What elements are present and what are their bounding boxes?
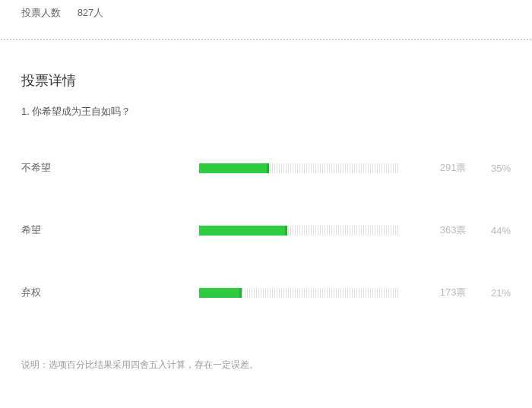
voter-count-label: 投票人数 [21, 7, 61, 18]
option-label: 希望 [21, 223, 199, 237]
option-percent: 44% [466, 225, 511, 236]
option-votes: 173票 [400, 286, 467, 299]
section-divider [0, 38, 532, 41]
option-percent: 35% [466, 163, 511, 174]
bar-fill [199, 288, 241, 298]
poll-question: 1. 你希望成为王自如吗？ [0, 90, 532, 119]
option-label: 弃权 [21, 286, 199, 299]
poll-options: 不希望 291票 35% 希望 363票 44% 弃权 173票 21% [0, 119, 532, 331]
option-votes: 363票 [400, 223, 467, 237]
section-title: 投票详情 [0, 53, 532, 90]
bar-track [199, 288, 399, 298]
bar-track [199, 226, 399, 236]
option-percent: 21% [466, 287, 511, 299]
option-row: 弃权 173票 21% [21, 261, 511, 324]
bar-fill [199, 226, 287, 236]
option-row: 希望 363票 44% [21, 199, 511, 261]
footnote: 说明：选项百分比结果采用四舍五入计算，存在一定误差。 [0, 331, 532, 387]
option-row: 不希望 291票 35% [21, 137, 511, 199]
bar-track [199, 163, 399, 173]
voter-count-value: 827人 [78, 7, 104, 18]
voter-count-row: 投票人数 827人 [0, 0, 532, 26]
bar-fill [199, 163, 269, 173]
option-label: 不希望 [21, 161, 199, 175]
option-votes: 291票 [400, 161, 467, 175]
